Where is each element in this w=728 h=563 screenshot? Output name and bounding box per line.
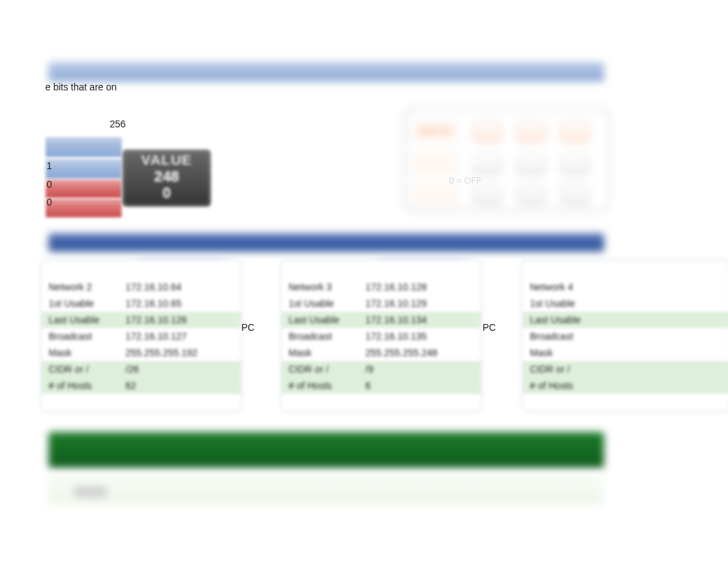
c3-bcast-k: Broadcast <box>289 331 365 342</box>
answers-area <box>48 474 603 505</box>
switch-on-legend: 1 = ON <box>449 157 478 167</box>
switch-strip: SWITCH <box>403 107 610 212</box>
c3-mask-v: 255.255.255.248 <box>365 347 474 358</box>
c4-hosts-v <box>607 380 722 391</box>
c3-hosts-v: 6 <box>365 380 474 391</box>
c3-first-k: 1st Usable <box>289 298 365 309</box>
section-header-bar-1 <box>48 62 605 82</box>
c3-network-k: Network 3 <box>289 282 365 292</box>
c2-mask-k: Mask <box>49 347 125 358</box>
pc-label-2: PC <box>483 322 496 333</box>
c2-first-k: 1st Usable <box>49 298 125 309</box>
c3-last-v: 172.16.10.134 <box>365 314 474 325</box>
c4-last-k: Last Usable <box>530 314 607 325</box>
c2-network-k: Network 2 <box>49 282 125 292</box>
c2-cidr-k: CIDR or / <box>49 364 125 375</box>
c2-hosts-k: # of Hosts <box>49 380 125 391</box>
c3-network-v: 172.16.10.128 <box>365 282 474 292</box>
c4-cidr-k: CIDR or / <box>530 364 607 375</box>
switch-off-legend: 0 = OFF <box>449 175 482 186</box>
value-box-title: VALUE <box>122 152 211 168</box>
mini-switch-row-1b-bar <box>45 159 122 179</box>
pc-label-1: PC <box>241 322 254 333</box>
mini-switch-row-1-bar <box>45 137 122 158</box>
c2-last-v: 172.16.10.126 <box>125 314 234 325</box>
c2-bcast-k: Broadcast <box>49 331 125 342</box>
c2-bcast-v: 172.16.10.127 <box>125 331 234 342</box>
intro-text-tail: e bits that are on <box>45 82 117 92</box>
c4-hosts-k: # of Hosts <box>530 380 607 391</box>
switch-rocker-2b[interactable] <box>516 153 546 175</box>
c4-cidr-v <box>607 364 722 375</box>
c3-cidr-v: /9 <box>365 364 474 375</box>
c4-network-v <box>607 282 722 292</box>
switch-rocker-2[interactable] <box>516 121 546 142</box>
mini-switch-label-3: 0 <box>47 197 52 208</box>
mini-switch-label-1: 1 <box>47 160 52 171</box>
mini-switch-row-2-bar <box>45 179 122 199</box>
card-network-3: Network 3172.16.10.128 1st Usable172.16.… <box>281 260 481 411</box>
c3-first-v: 172.16.10.129 <box>365 298 474 309</box>
switch-rocker-1[interactable] <box>472 121 502 142</box>
c2-cidr-v: /26 <box>125 364 234 375</box>
mini-switch-label-2: 0 <box>47 179 52 190</box>
value-256-label: 256 <box>110 118 125 129</box>
c2-first-v: 172.16.10.65 <box>125 298 234 309</box>
switch-strip-title: SWITCH <box>412 120 459 143</box>
c4-mask-k: Mask <box>530 347 607 358</box>
answers-chip <box>74 486 107 497</box>
switch-rocker-2c[interactable] <box>516 184 546 205</box>
c2-hosts-v: 62 <box>125 380 234 391</box>
section-header-bar-2 <box>48 233 605 252</box>
card-network-4: Network 4 1st Usable Last Usable Broadca… <box>522 260 728 411</box>
switch-rocker-1c[interactable] <box>472 184 502 205</box>
c4-first-k: 1st Usable <box>530 298 607 309</box>
value-box-line1: 248 <box>122 168 211 185</box>
c4-bcast-v <box>607 331 722 342</box>
c4-last-v <box>607 314 722 325</box>
mini-switch-row-3-bar <box>45 199 122 218</box>
switch-rocker-3b[interactable] <box>560 153 590 175</box>
switch-rocker-3[interactable] <box>560 121 590 142</box>
c2-last-k: Last Usable <box>49 314 125 325</box>
value-box-line2: 0 <box>122 185 211 201</box>
switch-rocker-3c[interactable] <box>560 184 590 205</box>
page: e bits that are on 256 1 0 0 VALUE 248 0… <box>0 0 728 563</box>
c3-bcast-v: 172.16.10.135 <box>365 331 474 342</box>
value-box: VALUE 248 0 <box>122 149 211 207</box>
c4-bcast-k: Broadcast <box>530 331 607 342</box>
c4-mask-v <box>607 347 722 358</box>
card-network-2: Network 2172.16.10.64 1st Usable172.16.1… <box>41 260 241 411</box>
c3-mask-k: Mask <box>289 347 365 358</box>
c2-network-v: 172.16.10.64 <box>125 282 234 292</box>
switch-strip-off-tag <box>412 183 459 206</box>
c2-mask-v: 255.255.255.192 <box>125 347 234 358</box>
c4-first-v <box>607 298 722 309</box>
c4-network-k: Network 4 <box>530 282 607 292</box>
c3-hosts-k: # of Hosts <box>289 380 365 391</box>
answers-header-bar <box>48 431 605 468</box>
c3-cidr-k: CIDR or / <box>289 364 365 375</box>
c3-last-k: Last Usable <box>289 314 365 325</box>
